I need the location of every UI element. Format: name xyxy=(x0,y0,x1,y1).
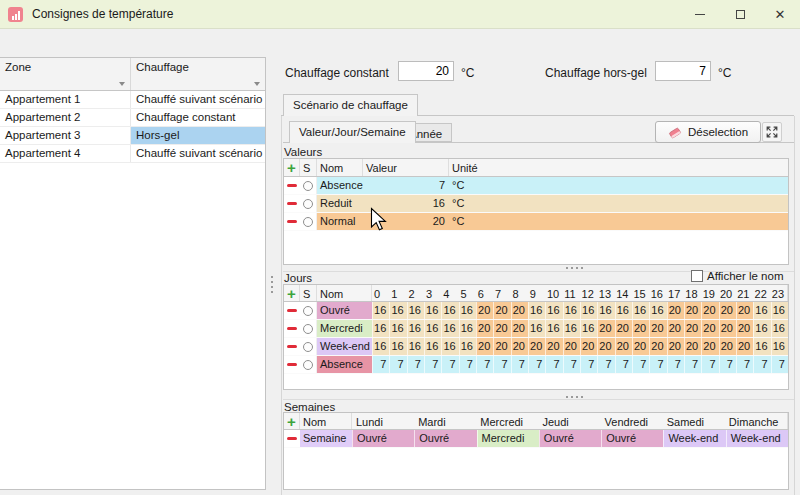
hour-value-cell[interactable]: 20 xyxy=(615,320,632,337)
hour-value-cell[interactable]: 7 xyxy=(389,356,406,373)
day-name-cell[interactable]: Absence xyxy=(317,356,372,373)
hour-value-cell[interactable]: 20 xyxy=(701,302,718,319)
zone-table-row[interactable]: Appartement 3Hors-gel xyxy=(0,127,265,145)
hour-value-cell[interactable]: 20 xyxy=(701,320,718,337)
delete-day-button[interactable] xyxy=(284,338,300,355)
hour-value-cell[interactable]: 7 xyxy=(719,356,736,373)
hour-value-cell[interactable]: 16 xyxy=(407,320,424,337)
hour-value-cell[interactable]: 7 xyxy=(736,356,753,373)
day-row[interactable]: Ouvré16161616161620202016161616161616162… xyxy=(284,302,788,320)
hour-value-cell[interactable]: 20 xyxy=(649,338,666,355)
hour-value-cell[interactable]: 20 xyxy=(649,320,666,337)
hour-value-cell[interactable]: 16 xyxy=(424,320,441,337)
horizontal-splitter-2[interactable] xyxy=(566,396,583,398)
chauffage-filter-arrow-icon[interactable] xyxy=(254,82,260,86)
hour-value-cell[interactable]: 16 xyxy=(459,338,476,355)
hour-value-cell[interactable]: 20 xyxy=(736,338,753,355)
hour-value-cell[interactable]: 16 xyxy=(528,320,545,337)
hour-value-cell[interactable]: 20 xyxy=(684,338,701,355)
delete-day-button[interactable] xyxy=(284,356,300,373)
delete-value-button[interactable] xyxy=(284,195,300,212)
tab-valeur-jour-semaine[interactable]: Valeur/Jour/Semaine xyxy=(289,121,416,143)
week-day-cell[interactable]: Ouvré xyxy=(414,430,476,447)
hour-value-cell[interactable]: 20 xyxy=(684,302,701,319)
value-value-cell[interactable]: 16 xyxy=(363,195,449,212)
hour-value-cell[interactable]: 7 xyxy=(563,356,580,373)
hour-value-cell[interactable]: 16 xyxy=(372,302,389,319)
add-value-button[interactable]: + xyxy=(284,159,300,176)
value-value-cell[interactable]: 20 xyxy=(363,213,449,230)
hour-value-cell[interactable]: 16 xyxy=(771,338,788,355)
hour-value-cell[interactable]: 16 xyxy=(753,338,770,355)
hour-value-cell[interactable]: 20 xyxy=(511,302,528,319)
chauffage-horsgel-input[interactable] xyxy=(655,61,711,81)
hour-value-cell[interactable]: 20 xyxy=(511,320,528,337)
value-unit-cell[interactable]: °C xyxy=(449,195,788,212)
zone-cell[interactable]: Appartement 2 xyxy=(0,109,131,126)
hour-value-cell[interactable]: 20 xyxy=(476,338,493,355)
chauffage-cell[interactable]: Chauffé suivant scénario xyxy=(131,91,265,108)
minimize-button[interactable] xyxy=(680,0,720,28)
hour-value-cell[interactable]: 20 xyxy=(736,320,753,337)
hour-value-cell[interactable]: 7 xyxy=(528,356,545,373)
hour-value-cell[interactable]: 20 xyxy=(580,338,597,355)
select-value-radio[interactable] xyxy=(300,195,317,212)
hour-value-cell[interactable]: 20 xyxy=(667,338,684,355)
hour-value-cell[interactable]: 7 xyxy=(667,356,684,373)
hour-value-cell[interactable]: 16 xyxy=(528,302,545,319)
day-name-cell[interactable]: Ouvré xyxy=(317,302,372,319)
hour-value-cell[interactable]: 16 xyxy=(441,320,458,337)
hour-value-cell[interactable]: 7 xyxy=(372,356,389,373)
expand-button[interactable] xyxy=(762,122,782,142)
zone-table-row[interactable]: Appartement 2Chauffage constant xyxy=(0,109,265,127)
select-value-radio[interactable] xyxy=(300,213,317,230)
hour-value-cell[interactable]: 20 xyxy=(719,320,736,337)
day-name-cell[interactable]: Mercredi xyxy=(317,320,372,337)
deselection-button[interactable]: Déselection xyxy=(655,121,761,143)
hour-value-cell[interactable]: 20 xyxy=(719,338,736,355)
hour-value-cell[interactable]: 7 xyxy=(476,356,493,373)
value-row[interactable]: Normal20°C xyxy=(284,213,788,231)
hour-value-cell[interactable]: 20 xyxy=(528,338,545,355)
hour-value-cell[interactable]: 20 xyxy=(667,320,684,337)
hour-value-cell[interactable]: 16 xyxy=(632,302,649,319)
delete-day-button[interactable] xyxy=(284,302,300,319)
value-name-cell[interactable]: Normal xyxy=(317,213,363,230)
hour-value-cell[interactable]: 7 xyxy=(632,356,649,373)
add-week-button[interactable]: + xyxy=(284,413,300,429)
hour-value-cell[interactable]: 7 xyxy=(649,356,666,373)
week-day-cell[interactable]: Ouvré xyxy=(601,430,663,447)
hour-value-cell[interactable]: 16 xyxy=(649,302,666,319)
chauffage-cell[interactable]: Chauffage constant xyxy=(131,109,265,126)
hour-value-cell[interactable]: 7 xyxy=(459,356,476,373)
zone-table-row[interactable]: Appartement 4Chauffé suivant scénario xyxy=(0,145,265,163)
hour-value-cell[interactable]: 20 xyxy=(597,320,614,337)
zone-cell[interactable]: Appartement 1 xyxy=(0,91,131,108)
hour-value-cell[interactable]: 16 xyxy=(407,302,424,319)
add-day-button[interactable]: + xyxy=(284,285,300,301)
hour-value-cell[interactable]: 7 xyxy=(615,356,632,373)
zone-table-row[interactable]: Appartement 1Chauffé suivant scénario xyxy=(0,91,265,109)
hour-value-cell[interactable]: 16 xyxy=(771,302,788,319)
delete-value-button[interactable] xyxy=(284,177,300,194)
day-name-cell[interactable]: Week-end xyxy=(317,338,372,355)
value-unit-cell[interactable]: °C xyxy=(449,213,788,230)
hour-value-cell[interactable]: 7 xyxy=(511,356,528,373)
hour-value-cell[interactable]: 20 xyxy=(701,338,718,355)
value-row[interactable]: Reduit16°C xyxy=(284,195,788,213)
day-row[interactable]: Week-end16161616161620202020202020202020… xyxy=(284,338,788,356)
week-row[interactable]: SemaineOuvréOuvréMercrediOuvréOuvréWeek-… xyxy=(284,430,788,448)
hour-value-cell[interactable]: 20 xyxy=(563,338,580,355)
maximize-button[interactable] xyxy=(720,0,760,28)
week-name-cell[interactable]: Semaine xyxy=(300,430,352,447)
hour-value-cell[interactable]: 7 xyxy=(684,356,701,373)
hour-value-cell[interactable]: 7 xyxy=(753,356,770,373)
week-day-cell[interactable]: Mercredi xyxy=(477,430,539,447)
hour-value-cell[interactable]: 16 xyxy=(753,302,770,319)
hour-value-cell[interactable]: 16 xyxy=(441,338,458,355)
hour-value-cell[interactable]: 7 xyxy=(493,356,510,373)
hour-value-cell[interactable]: 20 xyxy=(667,302,684,319)
hour-value-cell[interactable]: 20 xyxy=(493,302,510,319)
week-day-cell[interactable]: Ouvré xyxy=(539,430,601,447)
select-day-radio[interactable] xyxy=(300,320,317,337)
